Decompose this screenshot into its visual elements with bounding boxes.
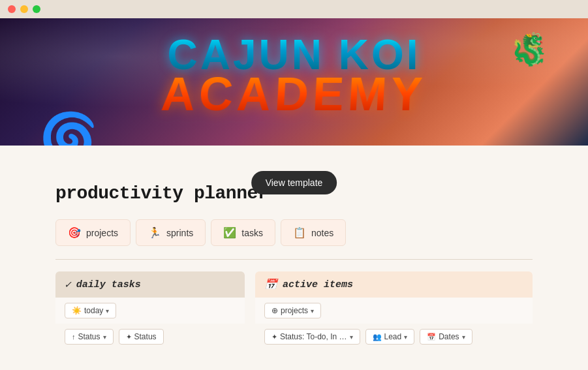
minimize-button[interactable] xyxy=(20,5,28,13)
daily-tasks-header: ✓ daily tasks xyxy=(55,271,245,298)
daily-tasks-check-icon: ✓ xyxy=(65,278,71,291)
projects-filter-label: projects xyxy=(281,306,308,315)
status-chip-up-label: Status xyxy=(78,332,101,341)
banner-title-container: CAJUN KOI ACADEMY xyxy=(161,34,426,117)
sprints-icon: 🏃 xyxy=(148,226,161,239)
view-template-button[interactable]: View template xyxy=(251,171,337,194)
section-divider xyxy=(55,259,533,260)
status-chip-sparkle-label: Status xyxy=(134,332,157,341)
dates-label: Dates xyxy=(439,332,459,341)
tab-notes[interactable]: 📋 notes xyxy=(281,219,346,246)
daily-tasks-filter-row: ☀️ today ▾ xyxy=(55,298,245,324)
tasks-icon: ✅ xyxy=(223,226,236,239)
tab-sprints[interactable]: 🏃 sprints xyxy=(136,219,206,246)
status-chip-up[interactable]: ↑ Status ▾ xyxy=(65,329,114,345)
status-todo-label: Status: To-do, In … xyxy=(280,332,347,341)
tab-tasks-label: tasks xyxy=(241,228,263,238)
tab-sprints-label: sprints xyxy=(166,228,193,238)
active-items-header: 📅 active items xyxy=(255,271,533,298)
today-filter[interactable]: ☀️ today ▾ xyxy=(65,303,116,318)
banner: CAJUN KOI ACADEMY 🐉 🌀 xyxy=(0,18,588,146)
projects-filter-icon: ⊕ xyxy=(271,306,278,315)
maximize-button[interactable] xyxy=(33,5,40,13)
status-up-arrow-icon: ↑ xyxy=(72,333,76,341)
dates-calendar-icon: 📅 xyxy=(427,333,436,341)
active-items-column: 📅 active items ⊕ projects ▾ ✦ Status: To… xyxy=(255,271,533,347)
tab-projects-label: projects xyxy=(86,228,118,238)
dates-chip[interactable]: 📅 Dates ▾ xyxy=(420,329,472,345)
projects-chevron-icon: ▾ xyxy=(311,307,314,315)
status-sparkle-icon: ✦ xyxy=(126,333,132,341)
dragon-icon: 🐉 xyxy=(510,31,549,68)
status-todo-icon: ✦ xyxy=(271,333,277,341)
tab-tasks[interactable]: ✅ tasks xyxy=(211,219,275,246)
tab-notes-label: notes xyxy=(311,228,333,238)
status-todo-chevron-icon: ▾ xyxy=(350,333,353,341)
active-items-status-row: ✦ Status: To-do, In … ▾ 👥 Lead ▾ 📅 Dates… xyxy=(255,324,533,347)
banner-line2: ACADEMY xyxy=(161,70,428,117)
active-items-filter-row: ⊕ projects ▾ xyxy=(255,298,533,324)
lead-label: Lead xyxy=(384,332,402,341)
tab-projects[interactable]: 🎯 projects xyxy=(55,219,131,246)
today-filter-icon: ☀️ xyxy=(72,306,82,315)
status-todo-chip[interactable]: ✦ Status: To-do, In … ▾ xyxy=(264,329,360,345)
active-items-calendar-icon: 📅 xyxy=(264,278,277,291)
active-items-title: active items xyxy=(283,279,353,290)
titlebar xyxy=(0,0,588,18)
projects-filter[interactable]: ⊕ projects ▾ xyxy=(264,303,321,318)
today-filter-label: today xyxy=(84,306,103,315)
status-up-chevron-icon: ▾ xyxy=(103,333,106,341)
daily-tasks-title: daily tasks xyxy=(76,279,141,290)
two-column-layout: ✓ daily tasks ☀️ today ▾ ↑ Status ▾ ✦ S xyxy=(55,271,533,347)
daily-tasks-status-row: ↑ Status ▾ ✦ Status xyxy=(55,324,245,347)
nav-tabs: 🎯 projects 🏃 sprints ✅ tasks 📋 notes xyxy=(55,219,533,246)
projects-icon: 🎯 xyxy=(68,226,81,239)
cloud-logo-icon: 🌀 xyxy=(39,110,98,146)
lead-people-icon: 👥 xyxy=(373,333,382,341)
status-chip-sparkle[interactable]: ✦ Status xyxy=(119,329,164,345)
close-button[interactable] xyxy=(8,5,16,13)
notes-icon: 📋 xyxy=(293,226,306,239)
today-chevron-icon: ▾ xyxy=(106,307,109,315)
daily-tasks-column: ✓ daily tasks ☀️ today ▾ ↑ Status ▾ ✦ S xyxy=(55,271,245,347)
lead-chevron-icon: ▾ xyxy=(404,333,407,341)
lead-chip[interactable]: 👥 Lead ▾ xyxy=(365,329,415,345)
dates-chevron-icon: ▾ xyxy=(462,333,465,341)
